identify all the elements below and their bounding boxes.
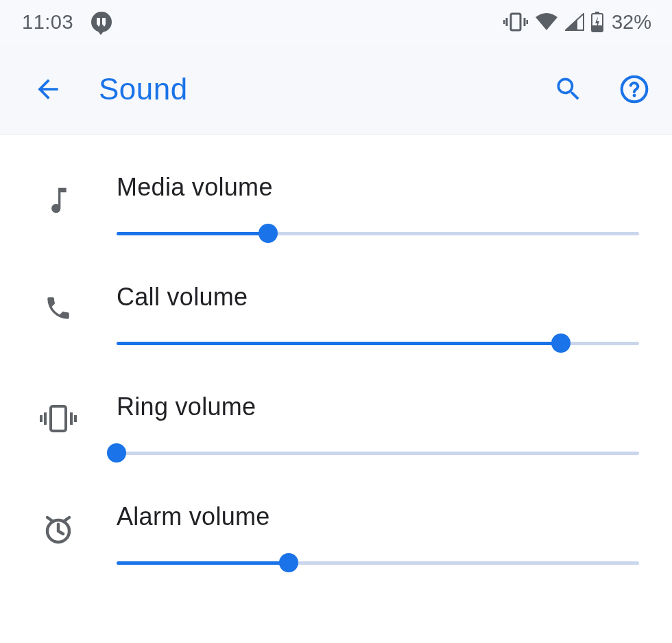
vibrate-mode-icon	[503, 12, 528, 32]
media-volume-row: Media volume	[0, 155, 672, 265]
ring-volume-row: Ring volume	[0, 375, 672, 484]
hangouts-icon	[91, 12, 112, 32]
alarm-volume-label: Alarm volume	[117, 502, 639, 531]
alarm-clock-icon	[0, 501, 117, 546]
status-bar: 11:03	[0, 0, 672, 44]
svg-point-9	[633, 93, 636, 97]
wifi-icon	[535, 13, 558, 31]
app-bar-actions	[551, 72, 651, 106]
status-left: 11:03	[22, 11, 112, 34]
ring-volume-label: Ring volume	[117, 393, 639, 421]
arrow-back-icon	[33, 74, 63, 104]
search-button[interactable]	[551, 72, 586, 106]
search-icon	[553, 74, 584, 104]
cell-signal-icon	[565, 13, 584, 31]
help-button[interactable]	[617, 72, 651, 106]
media-volume-slider[interactable]	[117, 222, 639, 244]
call-volume-row: Call volume	[0, 265, 672, 375]
svg-line-17	[64, 517, 69, 521]
status-right: 32%	[503, 11, 651, 34]
sound-settings: Media volume Call volume	[0, 135, 672, 594]
battery-percent: 32%	[612, 11, 651, 34]
svg-line-16	[47, 517, 52, 521]
call-volume-label: Call volume	[117, 283, 639, 312]
status-clock: 11:03	[22, 11, 73, 34]
phone-icon	[0, 281, 117, 323]
ring-volume-slider[interactable]	[117, 442, 639, 464]
help-icon	[619, 74, 649, 104]
back-button[interactable]	[26, 67, 70, 111]
app-bar: Sound	[0, 44, 672, 135]
alarm-volume-slider[interactable]	[117, 552, 639, 574]
media-volume-label: Media volume	[117, 173, 639, 202]
svg-rect-10	[51, 406, 66, 431]
alarm-volume-row: Alarm volume	[0, 484, 672, 594]
battery-charging-icon	[591, 12, 603, 32]
page-title: Sound	[99, 72, 551, 106]
svg-rect-0	[511, 14, 520, 30]
music-note-icon	[0, 172, 117, 217]
call-volume-slider[interactable]	[117, 332, 639, 354]
phone-vibrate-icon	[0, 391, 117, 434]
